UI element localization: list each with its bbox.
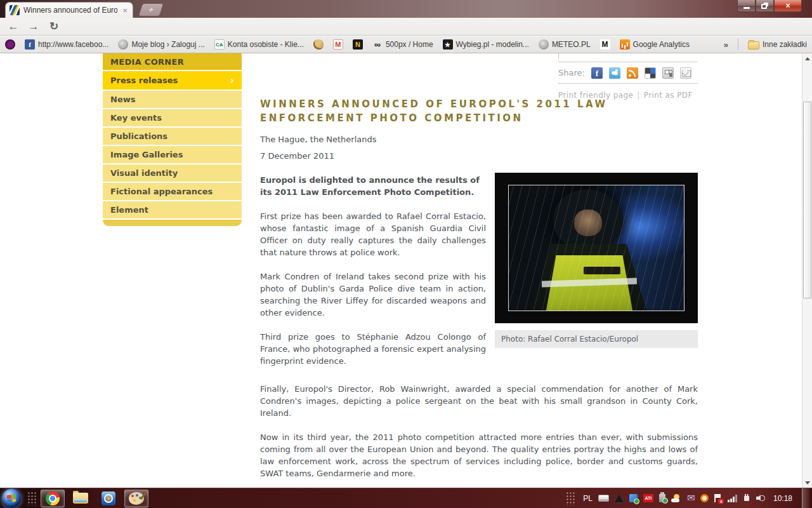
bookmark-item[interactable]: ★Wybieg.pl - modelin...: [443, 39, 529, 50]
minimize-icon: [743, 7, 750, 9]
print-pdf-link[interactable]: Print as PDF: [644, 91, 693, 100]
orange-app-icon[interactable]: [700, 494, 709, 502]
weather-icon[interactable]: [671, 494, 681, 502]
sidebar-item-label: Publications: [110, 131, 167, 141]
volume-icon[interactable]: [756, 494, 765, 502]
share-email-icon[interactable]: [680, 67, 691, 79]
usb-eject-icon[interactable]: [659, 494, 665, 502]
mail-tray-icon[interactable]: ✉: [687, 493, 695, 503]
facebook-icon: f: [25, 39, 35, 50]
taskbar-explorer-button[interactable]: [69, 490, 93, 507]
taskbar-paint-button[interactable]: [124, 490, 148, 507]
bookmarks-overflow-chevron[interactable]: »: [724, 40, 728, 50]
sidebar-item-visual-identity[interactable]: Visual identity: [103, 163, 242, 182]
bookmark-item[interactable]: [5, 39, 15, 50]
taskbar-clock[interactable]: 10:18: [773, 494, 792, 503]
anydvd-triangle-icon[interactable]: [615, 494, 624, 502]
other-bookmarks-label: Inne zakładki: [763, 40, 807, 49]
bookmark-item[interactable]: Google Analytics: [620, 39, 690, 50]
bookmark-item[interactable]: fhttp://www.faceboo...: [25, 39, 108, 50]
tab-close-icon[interactable]: ×: [121, 6, 129, 15]
sidebar-item-image-galleries[interactable]: Image Galleries: [103, 145, 242, 163]
palette-icon: [313, 39, 324, 50]
share-delicious-icon[interactable]: [645, 67, 656, 79]
share-rss-icon[interactable]: [627, 67, 638, 79]
reload-button[interactable]: ↻: [46, 19, 62, 34]
share-digg-icon[interactable]: [662, 67, 674, 79]
share-twitter-icon[interactable]: [609, 67, 620, 79]
photo-caption: Photo: Rafael Corral Estacio/Europol: [495, 330, 698, 348]
scroll-down-button[interactable]: [802, 478, 812, 488]
article-date: 7 December 2011: [260, 151, 334, 161]
sidebar-item-news[interactable]: News: [103, 90, 242, 108]
arrow-down-icon: [805, 481, 810, 485]
new-tab-button[interactable]: +: [139, 4, 163, 16]
bookmark-item[interactable]: ∞500px / Home: [372, 39, 433, 50]
page-scrollbar[interactable]: [802, 53, 812, 488]
dropbox-icon[interactable]: [629, 494, 638, 502]
back-button[interactable]: ←: [5, 19, 22, 34]
norton-icon: N: [353, 39, 363, 50]
article-location: The Hague, the Netherlands: [260, 135, 377, 144]
windows-taskbar: PL ATI ✉ x 10:18: [0, 488, 812, 508]
minimize-button[interactable]: [737, 0, 756, 12]
prize-photo: [495, 173, 698, 323]
browser-tab[interactable]: Winners announced of Euro ×: [5, 2, 133, 18]
divider-tick: [558, 53, 559, 58]
media-player-icon: [102, 491, 115, 505]
sidebar-bottom-cap: [103, 218, 242, 226]
article-lead: Europol is delighted to announce the res…: [260, 174, 490, 198]
sidebar-header: MEDIA CORNER: [103, 53, 242, 70]
bookmark-label: 500px / Home: [386, 40, 433, 49]
bookmark-item[interactable]: [313, 39, 324, 50]
apps-icon: [5, 39, 15, 50]
power-plug-icon[interactable]: [743, 494, 750, 502]
action-center-flag-icon[interactable]: x: [714, 494, 722, 503]
taskbar-media-player-button[interactable]: [96, 490, 121, 507]
explorer-folder-icon: [73, 493, 88, 504]
forward-button[interactable]: →: [25, 19, 42, 34]
star-icon: ★: [443, 39, 453, 50]
bookmark-label: Moje blog › Zaloguj ...: [131, 40, 204, 49]
start-button[interactable]: [2, 489, 21, 508]
page-viewport: MEDIA CORNER Press releases › News Key e…: [0, 53, 812, 488]
sidebar-item-press-releases[interactable]: Press releases ›: [103, 70, 242, 90]
network-signal-icon[interactable]: [728, 495, 737, 502]
keyboard-icon[interactable]: [598, 495, 609, 502]
taskbar-chrome-button[interactable]: [41, 490, 65, 507]
sidebar-item-key-events[interactable]: Key events: [103, 108, 242, 126]
bookmark-item[interactable]: N: [353, 39, 363, 50]
rain-overlay: [509, 185, 684, 311]
scroll-up-button[interactable]: [802, 53, 812, 64]
folder-icon: [748, 41, 759, 50]
article-body: Photo: Rafael Corral Estacio/Europol Eur…: [260, 174, 698, 488]
restore-button[interactable]: [756, 0, 774, 12]
bookmark-item[interactable]: CAKonta osobiste - Klie...: [214, 39, 304, 50]
paint-icon: [129, 492, 144, 505]
m-letter-icon: M: [600, 39, 610, 50]
bookmark-label: Google Analytics: [633, 40, 690, 49]
sidebar-item-element[interactable]: Element: [103, 200, 242, 218]
close-button[interactable]: ×: [774, 0, 802, 12]
bookmark-label: Wybieg.pl - modelin...: [456, 40, 529, 49]
chrome-icon: [46, 491, 60, 505]
article-photo-block: Photo: Rafael Corral Estacio/Europol: [495, 173, 698, 348]
other-bookmarks-button[interactable]: Inne zakładki: [748, 40, 807, 50]
bookmark-label: Konta osobiste - Klie...: [228, 40, 304, 49]
sidebar-item-fictional-appearances[interactable]: Fictional appearances: [103, 182, 242, 200]
sidebar-item-label: Visual identity: [110, 168, 178, 178]
language-indicator[interactable]: PL: [583, 494, 593, 503]
bookmark-item[interactable]: METEO.PL: [539, 39, 591, 50]
taskbar-grip: [27, 491, 36, 505]
sidebar-item-publications[interactable]: Publications: [103, 126, 242, 145]
ati-icon[interactable]: ATI: [643, 494, 653, 502]
alert-badge: x: [718, 498, 724, 504]
show-desktop-button[interactable]: [802, 488, 809, 508]
scrollbar-thumb[interactable]: [803, 102, 811, 298]
bookmark-item[interactable]: M: [333, 39, 343, 50]
arrow-up-icon: [805, 57, 810, 60]
bookmark-item[interactable]: Moje blog › Zaloguj ...: [118, 39, 204, 50]
share-facebook-icon[interactable]: f: [591, 67, 603, 79]
google-analytics-icon: [620, 39, 630, 50]
bookmark-item[interactable]: M: [600, 39, 610, 50]
